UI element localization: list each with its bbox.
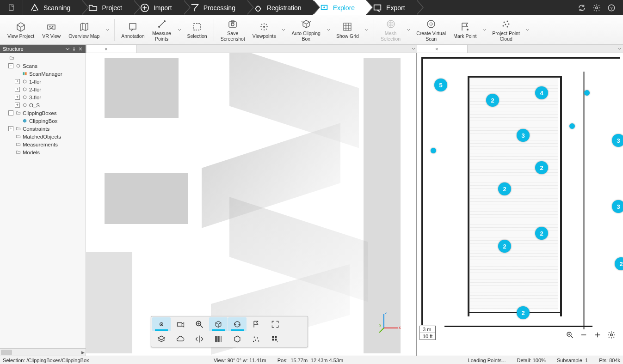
tree-item-clippingboxes[interactable]: -ClippingBoxes [0,109,86,117]
orbit-tool-button[interactable] [152,317,171,331]
scan-marker[interactable]: 2 [535,227,548,240]
scan-marker[interactable] [569,123,575,129]
close-icon[interactable]: × [105,46,107,52]
ribbon-mark-point-button[interactable]: Mark Point [450,17,479,43]
ribbon-project-point-cloud-dropdown[interactable] [524,17,531,43]
tree-item-constraints[interactable]: +Constraints [0,125,86,133]
scan-marker[interactable] [584,90,590,96]
nav-tab-explore[interactable]: Explore [313,0,366,15]
chevron-down-icon[interactable] [65,47,70,51]
scan-marker[interactable]: 2 [535,161,548,174]
cube-tool-button[interactable] [228,332,247,346]
ribbon-overview-map-button[interactable]: Overview Map [66,17,102,43]
ribbon-create-virtual-scan-button[interactable]: Create VirtualScan [413,17,449,43]
scan-marker[interactable] [431,148,436,153]
cloud-tool-button[interactable] [171,332,190,346]
ribbon-show-grid-button[interactable]: Show Grid [333,17,362,43]
nav-tab-export[interactable]: Export [366,0,416,15]
gear-icon[interactable] [607,331,616,339]
layers-tool-button[interactable] [152,332,171,346]
ribbon-mesh-selection-dropdown[interactable] [405,17,412,43]
viewport-3d[interactable]: z x y [86,53,417,356]
zoom-fit-icon[interactable] [566,331,574,339]
ribbon-save-screenshot-button[interactable]: SaveScreenshot [218,17,248,43]
scan-marker[interactable]: 5 [434,79,447,91]
structure-panel-header[interactable]: Structure [0,45,86,53]
tree-expander[interactable]: + [8,126,13,131]
ribbon-auto-clipping-box-button[interactable]: Auto ClippingBox [289,17,323,43]
ribbon-vr-view-button[interactable]: VR View [39,17,64,43]
ribbon-measure-points-button[interactable]: MeasurePoints [149,17,174,43]
scan-marker[interactable]: 2 [517,306,530,319]
tree-item-o_s[interactable]: +O_S [0,101,86,109]
ribbon-viewpoints-dropdown[interactable] [280,17,287,43]
tree-item-1-flor[interactable]: +1-flor [0,78,86,85]
tree-item-2-flor[interactable]: +2-flor [0,85,86,93]
ribbon-selection-button[interactable]: Selection [185,17,210,43]
rotate-tool-button[interactable] [228,317,247,331]
ribbon-mark-point-dropdown[interactable] [481,17,487,43]
structure-tree[interactable]: -ScansScanManager+1-flor+2-flor+3-flor+O… [0,53,86,348]
zoom-out-icon[interactable] [580,331,588,339]
ribbon-auto-clipping-box-dropdown[interactable] [325,17,332,43]
view2d-tab[interactable]: × [417,45,468,53]
ribbon-measure-points-dropdown[interactable] [176,17,183,43]
camera-tool-button[interactable] [171,317,190,331]
flag-tool-button[interactable] [247,317,265,331]
scatter-tool-button[interactable] [247,332,265,346]
sidebar-hscroll[interactable]: ▶ [0,348,86,356]
refresh-icon[interactable] [578,4,586,12]
tree-expander[interactable]: + [15,79,20,84]
fit-tool-button[interactable] [266,317,284,331]
scan-marker[interactable]: 2 [498,182,511,195]
tree-expander[interactable]: + [15,95,20,100]
close-icon[interactable]: × [435,46,438,52]
viewport-overview[interactable]: 524332232222 3 m 10 ft [417,53,623,356]
scan-marker[interactable]: 3 [612,200,623,213]
view3d-tab-menu[interactable] [410,45,417,53]
grid-tool-button[interactable] [266,332,284,346]
tree-expander[interactable]: + [15,103,20,108]
tree-item-3-flor[interactable]: +3-flor [0,93,86,101]
scan-marker[interactable]: 2 [486,94,499,107]
ribbon-show-grid-dropdown[interactable] [364,17,370,43]
zoom-tool-button[interactable] [190,317,209,331]
tree-item-matchedobjects[interactable]: MatchedObjects [0,133,86,140]
tree-item-root[interactable] [0,54,86,62]
nav-tab-registration[interactable]: Registration [247,0,313,15]
nav-tab-processing[interactable]: Processing [183,0,247,15]
tree-item-clippingbox[interactable]: ClippingBox [0,117,86,125]
mirror-tool-button[interactable] [190,332,209,346]
tree-item-scanmanager[interactable]: ScanManager [0,70,86,78]
scrollbar-right-arrow[interactable]: ▶ [81,350,85,355]
zoom-in-icon[interactable] [593,331,602,339]
close-icon[interactable] [78,47,83,51]
ribbon-viewpoints-button[interactable]: Viewpoints [250,17,279,43]
ribbon-view-project-button[interactable]: View Project [5,17,37,43]
nav-tab-scanning[interactable]: Scanning [23,0,81,15]
density-tool-button[interactable] [209,332,228,346]
nav-tab-project[interactable]: Project [81,0,133,15]
scan-marker[interactable]: 3 [517,129,530,142]
view3d-tab[interactable]: × [86,45,137,53]
scan-marker[interactable]: 3 [612,134,623,147]
scrollbar-thumb[interactable] [1,350,12,355]
tree-item-scans[interactable]: -Scans [0,62,86,70]
tree-item-measurements[interactable]: Measurements [0,140,86,148]
nav-tab-import[interactable]: Import [133,0,183,15]
view2d-tab-menu[interactable] [617,45,623,53]
box-tool-button[interactable] [209,317,228,331]
tree-expander[interactable]: - [8,110,13,115]
app-menu-button[interactable] [0,0,23,15]
tree-item-models[interactable]: Models [0,148,86,156]
pin-icon[interactable] [72,47,76,51]
ribbon-overview-map-dropdown[interactable] [104,17,111,43]
gear-icon[interactable] [592,4,601,12]
scan-marker[interactable]: 4 [535,86,548,99]
scan-marker[interactable]: 2 [498,240,511,253]
tree-expander[interactable]: - [8,63,13,68]
help-icon[interactable]: ? [607,4,616,12]
ribbon-project-point-cloud-button[interactable]: Project PointCloud [489,17,523,43]
ribbon-annotation-button[interactable]: Annotation [118,17,147,43]
tree-expander[interactable]: + [15,87,20,92]
